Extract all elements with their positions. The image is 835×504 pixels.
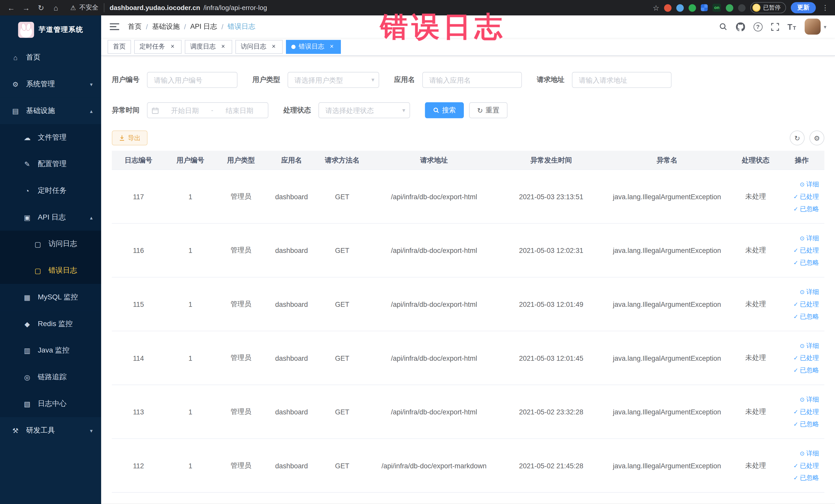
sidebar-item-dev-tools[interactable]: ⚒ 研发工具 ▾	[0, 417, 101, 444]
sidebar-item-redis-monitor[interactable]: ◆ Redis 监控	[0, 311, 101, 337]
app-name-input[interactable]	[422, 72, 522, 88]
mark-processed-link[interactable]: ✓ 已处理	[793, 246, 819, 255]
sidebar-item-mysql-monitor[interactable]: ▦ MySQL 监控	[0, 284, 101, 311]
close-icon[interactable]: ×	[328, 43, 335, 50]
sidebar-item-scheduled-tasks[interactable]: ◔ 定时任务	[0, 177, 101, 204]
sidebar-item-api-logs[interactable]: ▣ API 日志 ▴	[0, 204, 101, 231]
mark-processed-link[interactable]: ✓ 已处理	[793, 461, 819, 470]
extension-on-badge[interactable]: on	[713, 4, 721, 12]
browser-update-button[interactable]: 更新	[791, 2, 816, 13]
security-label: 不安全	[79, 3, 104, 12]
detail-link[interactable]: ⊙ 详细	[800, 287, 819, 296]
start-date-input[interactable]	[161, 106, 209, 114]
extensions-menu-icon[interactable]	[738, 4, 746, 12]
detail-link[interactable]: ⊙ 详细	[800, 395, 819, 404]
tab-home[interactable]: 首页	[107, 40, 131, 54]
extension-icon-blue[interactable]	[676, 4, 684, 12]
extension-icon-green[interactable]	[689, 4, 696, 12]
browser-menu-kebab-icon[interactable]: ⋮	[821, 4, 830, 12]
column-header-actions: 操作	[779, 155, 824, 165]
sidebar-item-java-monitor[interactable]: ▥ Java 监控	[0, 337, 101, 364]
user-type-select-input[interactable]	[287, 72, 379, 88]
user-id-input[interactable]	[147, 72, 238, 88]
sidebar-item-config-management[interactable]: ✎ 配置管理	[0, 151, 101, 177]
mark-processed-link[interactable]: ✓ 已处理	[793, 300, 819, 309]
user-type-select[interactable]: ▾	[287, 72, 379, 88]
export-button[interactable]: 导出	[112, 130, 148, 145]
mark-ignored-link[interactable]: ✓ 已忽略	[793, 258, 819, 267]
tab-scheduled-tasks[interactable]: 定时任务 ×	[134, 40, 182, 54]
search-icon[interactable]	[719, 22, 727, 31]
browser-forward-button[interactable]: →	[20, 2, 32, 14]
sidebar-toggle-button[interactable]	[109, 22, 119, 31]
extension-icon-grid[interactable]	[701, 4, 708, 11]
close-icon[interactable]: ×	[169, 43, 176, 50]
cloud-icon: ☁	[22, 134, 32, 141]
check-icon: ✓	[793, 205, 798, 212]
process-status-select-input[interactable]	[319, 102, 410, 118]
mark-ignored-link[interactable]: ✓ 已忽略	[793, 204, 819, 213]
browser-back-button[interactable]: ←	[5, 2, 17, 14]
sidebar-item-access-log[interactable]: ▢ 访问日志	[0, 230, 101, 257]
app-logo[interactable]: 芋道管理系统	[0, 15, 101, 44]
column-settings-button[interactable]: ⚙	[809, 130, 824, 145]
breadcrumb-item-api-logs[interactable]: API 日志	[190, 22, 217, 31]
sidebar-item-error-log[interactable]: ▢ 错误日志	[0, 257, 101, 284]
breadcrumb-item-infrastructure[interactable]: 基础设施	[152, 22, 180, 31]
breadcrumb-item-home[interactable]: 首页	[128, 22, 142, 31]
request-url-label: 请求地址	[537, 75, 565, 85]
cell-log-id: 115	[112, 278, 165, 331]
check-icon: ✓	[793, 408, 798, 415]
detail-link[interactable]: ⊙ 详细	[800, 449, 819, 458]
sidebar-item-label: 定时任务	[38, 186, 66, 195]
font-size-icon[interactable]: TT	[788, 22, 796, 31]
sidebar-item-system-management[interactable]: ⚙ 系统管理 ▾	[0, 71, 101, 98]
help-icon[interactable]: ?	[753, 22, 762, 31]
navbar-actions: ? TT ▾	[719, 19, 827, 35]
tab-access-log[interactable]: 访问日志 ×	[236, 40, 283, 54]
reset-button[interactable]: ↻ 重置	[469, 102, 507, 118]
error-log-table: 日志编号 用户编号 用户类型 应用名 请求方法名 请求地址 异常发生时间 异常名…	[112, 151, 824, 493]
mark-ignored-link[interactable]: ✓ 已忽略	[793, 473, 819, 482]
end-date-input[interactable]	[216, 106, 264, 114]
github-icon[interactable]	[736, 22, 745, 31]
sidebar-item-file-management[interactable]: ☁ 文件管理	[0, 124, 101, 151]
tampermonkey-paused-badge[interactable]: 已暂停	[750, 2, 786, 13]
detail-link[interactable]: ⊙ 详细	[800, 180, 819, 189]
user-menu[interactable]: ▾	[805, 19, 827, 35]
mark-processed-link[interactable]: ✓ 已处理	[793, 192, 819, 201]
detail-link-label: 详细	[806, 449, 819, 458]
extension-icon-leaf[interactable]	[726, 4, 733, 12]
close-icon[interactable]: ×	[270, 43, 278, 50]
mark-processed-link[interactable]: ✓ 已处理	[793, 354, 819, 363]
sidebar-item-log-center[interactable]: ▧ 日志中心	[0, 390, 101, 417]
sidebar-item-trace[interactable]: ◎ 链路追踪	[0, 364, 101, 390]
mark-ignored-link[interactable]: ✓ 已忽略	[793, 366, 819, 375]
mark-processed-link[interactable]: ✓ 已处理	[793, 407, 819, 416]
close-icon[interactable]: ×	[220, 43, 227, 50]
table-body: 117 1 管理员 dashboard GET /api/infra/db-do…	[112, 170, 824, 493]
tab-schedule-log[interactable]: 调度日志 ×	[185, 40, 232, 54]
mark-ignored-link[interactable]: ✓ 已忽略	[793, 420, 819, 428]
url-domain: dashboard.yudao.iocoder.cn	[109, 4, 200, 12]
search-button[interactable]: 搜索	[425, 102, 464, 118]
cell-method: GET	[317, 278, 367, 331]
sidebar-item-infrastructure[interactable]: ▤ 基础设施 ▴	[0, 98, 101, 124]
mark-ignored-link[interactable]: ✓ 已忽略	[793, 312, 819, 321]
detail-link[interactable]: ⊙ 详细	[800, 341, 819, 350]
mark-ignored-label: 已忽略	[800, 312, 819, 321]
sidebar-item-home[interactable]: ⌂ 首页	[0, 44, 101, 71]
process-status-select[interactable]: ▾	[319, 102, 410, 118]
browser-reload-button[interactable]: ↻	[35, 2, 47, 14]
bookmark-star-icon[interactable]: ☆	[653, 3, 659, 12]
extension-icon-red[interactable]	[664, 4, 672, 12]
fullscreen-icon[interactable]	[771, 23, 779, 31]
browser-home-button[interactable]: ⌂	[50, 2, 62, 14]
tab-error-log[interactable]: 错误日志 ×	[286, 40, 341, 54]
date-range-picker[interactable]: -	[147, 102, 268, 118]
request-url-input[interactable]	[572, 72, 672, 88]
refresh-table-button[interactable]: ↻	[790, 130, 805, 145]
cell-process-status: 未处理	[732, 224, 779, 277]
address-bar[interactable]: ⚠ 不安全 dashboard.yudao.iocoder.cn/infra/l…	[70, 3, 267, 12]
detail-link[interactable]: ⊙ 详细	[800, 234, 819, 243]
